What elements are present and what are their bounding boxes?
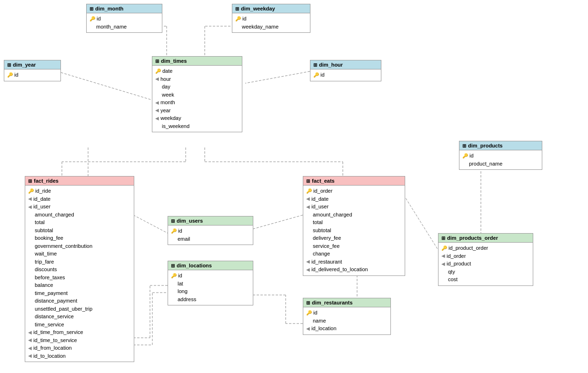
table-header-dim_year: ⊞ dim_year [4, 60, 60, 69]
table-header-dim_times: ⊞ dim_times [152, 57, 242, 66]
table-header-dim_products_order: ⊞ dim_products_order [439, 234, 533, 243]
field-row: address [171, 295, 250, 304]
fk-icon: ◀ [28, 352, 32, 359]
field-name: id_location [311, 324, 337, 333]
field-name: trip_fare [35, 258, 54, 266]
fk-icon: ◀ [28, 329, 32, 336]
field-row: change [306, 250, 402, 258]
field-row: qty [441, 268, 530, 276]
fk-icon: ◀ [441, 260, 445, 267]
field-name: day [162, 83, 170, 91]
field-row: 🔑 id [235, 15, 307, 23]
field-name: total [313, 218, 323, 226]
fk-icon: ◀ [155, 99, 159, 106]
field-name: month [160, 98, 175, 107]
field-row: ◀ id_to_location [28, 352, 131, 360]
field-row: total [306, 218, 402, 226]
grid-icon: ⊞ [90, 6, 93, 11]
field-row: amount_charged [306, 211, 402, 219]
table-header-dim_products: ⊞ dim_products [459, 141, 542, 150]
field-row: service_fee [306, 242, 402, 250]
table-name-dim_products: dim_products [468, 143, 503, 148]
table-dim_times: ⊞ dim_times 🔑 date ◀ hour day week ◀ mon… [152, 56, 242, 132]
grid-icon: ⊞ [306, 300, 310, 305]
field-row: name [306, 317, 388, 325]
field-name: amount_charged [313, 211, 352, 219]
pk-icon: 🔑 [462, 152, 468, 159]
field-row: total [28, 218, 131, 226]
field-name: time_payment [35, 289, 68, 297]
field-row: ◀ id_date [306, 195, 402, 203]
field-name: weekday [160, 114, 181, 122]
table-body-dim_users: 🔑 id email [168, 226, 253, 245]
pk-icon: 🔑 [171, 227, 177, 235]
table-header-fact_rides: ⊞ fact_rides [25, 177, 134, 186]
fk-icon: ◀ [28, 344, 32, 352]
table-name-dim_locations: dim_locations [177, 263, 212, 268]
table-name-dim_restaurants: dim_restaurants [312, 300, 353, 305]
field-row: cost [441, 275, 530, 284]
field-row: balance [28, 281, 131, 289]
table-dim_restaurants: ⊞ dim_restaurants 🔑 id name ◀ id_locatio… [303, 298, 391, 335]
table-fact_rides: ⊞ fact_rides 🔑 id_ride ◀ id_date ◀ id_us… [25, 176, 134, 362]
svg-line-21 [404, 195, 438, 250]
field-row: 🔑 id_order [306, 187, 402, 195]
field-name: month_name [96, 23, 127, 31]
field-row: ◀ id_user [306, 203, 402, 211]
field-name: before_taxes [35, 274, 65, 282]
field-row: wait_time [28, 250, 131, 258]
field-row: weekday_name [235, 23, 307, 31]
field-name: cost [448, 275, 458, 284]
fk-icon: ◀ [306, 203, 310, 210]
table-header-dim_users: ⊞ dim_users [168, 216, 253, 226]
grid-icon: ⊞ [28, 178, 32, 184]
field-row: time_service [28, 321, 131, 329]
field-name: id_user [33, 203, 50, 211]
pk-icon: 🔑 [155, 68, 161, 75]
field-name: id_order [313, 187, 332, 195]
field-name: distance_payment [35, 297, 77, 305]
table-name-fact_eats: fact_eats [312, 178, 335, 184]
field-name: weekday_name [242, 23, 279, 31]
grid-icon: ⊞ [7, 62, 11, 68]
field-name: long [178, 287, 188, 295]
table-name-fact_rides: fact_rides [34, 178, 59, 184]
field-row: ◀ id_time_to_service [28, 336, 131, 344]
field-row: ◀ weekday [155, 114, 239, 122]
field-row: ◀ id_location [306, 324, 388, 333]
field-name: id_delivered_to_location [311, 265, 368, 274]
field-name: email [178, 235, 190, 243]
field-name: distance_service [35, 313, 74, 321]
field-row: 🔑 id_product_order [441, 244, 530, 252]
table-body-dim_locations: 🔑 id lat long address [168, 270, 253, 305]
table-name-dim_hour: dim_hour [319, 62, 343, 68]
table-dim_year: ⊞ dim_year 🔑 id [4, 60, 61, 81]
pk-icon: 🔑 [171, 272, 177, 279]
table-body-dim_year: 🔑 id [4, 69, 60, 81]
table-header-dim_locations: ⊞ dim_locations [168, 261, 253, 270]
field-row: ◀ id_product [441, 260, 530, 268]
field-name: total [35, 218, 45, 226]
field-name: id [469, 152, 474, 160]
field-name: id [97, 15, 101, 23]
table-dim_products: ⊞ dim_products 🔑 id product_name [459, 141, 542, 170]
table-body-dim_month: 🔑 id month_name [87, 13, 162, 32]
table-dim_locations: ⊞ dim_locations 🔑 id lat long address [168, 261, 253, 305]
table-body-dim_hour: 🔑 id [310, 69, 381, 81]
field-row: distance_service [28, 313, 131, 321]
field-row: ◀ hour [155, 75, 239, 83]
table-header-dim_restaurants: ⊞ dim_restaurants [303, 298, 390, 307]
fk-icon: ◀ [306, 195, 310, 202]
field-name: id [178, 227, 182, 235]
field-row: distance_payment [28, 297, 131, 305]
field-name: id [242, 15, 247, 23]
field-row: ◀ id_user [28, 203, 131, 211]
fk-icon: ◀ [155, 115, 159, 122]
field-row: ◀ id_time_from_service [28, 328, 131, 336]
field-row: lat [171, 280, 250, 288]
field-row: long [171, 287, 250, 295]
grid-icon: ⊞ [155, 59, 159, 64]
field-row: product_name [462, 160, 539, 168]
field-name: time_service [35, 321, 64, 329]
field-name: balance [35, 281, 53, 289]
